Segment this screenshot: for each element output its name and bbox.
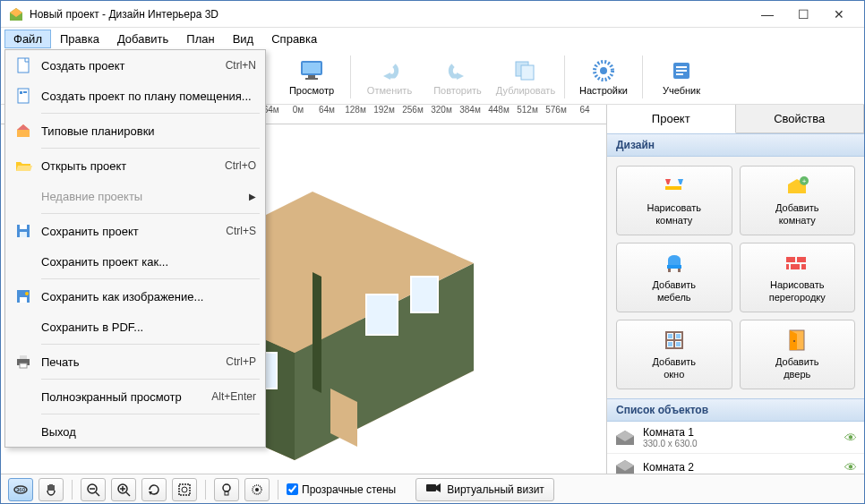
menu-file[interactable]: Файл [4,30,51,48]
bricks-icon [783,251,811,276]
svg-rect-49 [668,269,671,272]
chair-icon [660,251,689,276]
tutorial-button[interactable]: Учебник [648,51,715,103]
object-dimensions: 330.0 x 630.0 [643,439,837,448]
menu-fullscreen[interactable]: Полноэкранный просмотр Alt+Enter [5,381,265,412]
transparent-walls-checkbox[interactable]: Прозрачные стены [287,483,396,496]
app-icon [8,6,24,22]
panel-tabs: Проект Свойства [607,105,864,133]
light-button[interactable] [214,478,239,501]
virtual-visit-button[interactable]: Виртуальный визит [415,478,554,501]
menu-view[interactable]: Вид [224,30,263,48]
menu-exit[interactable]: Выход [5,416,265,447]
undo-button[interactable]: Отменить [356,51,423,103]
zoom-reset-button[interactable] [141,478,167,501]
add-window-button[interactable]: Добавитьокно [616,320,732,389]
svg-rect-52 [797,257,806,262]
add-furniture-button[interactable]: Добавитьмебель [616,243,732,312]
svg-rect-28 [676,66,687,68]
svg-marker-87 [436,483,441,492]
menu-print[interactable]: Печать Ctrl+P [5,346,265,377]
menu-help[interactable]: Справка [262,30,326,48]
settings-button[interactable]: Настройки [570,51,637,103]
minimize-button[interactable]: — [749,1,785,28]
zoom-out-button[interactable] [81,478,106,501]
menu-create-from-plan[interactable]: Создать проект по плану помещения... [5,81,265,111]
tab-project[interactable]: Проект [607,105,736,133]
svg-rect-54 [786,264,789,269]
separator [41,344,260,345]
svg-rect-61 [668,342,672,346]
svg-rect-48 [667,265,681,269]
menu-open-project[interactable]: Открыть проект Ctrl+O [5,150,265,181]
menu-save-project[interactable]: Сохранить проект Ctrl+S [5,216,265,246]
svg-rect-2 [18,58,29,73]
object-row[interactable]: Комната 1 330.0 x 630.0 👁 [607,422,864,454]
svg-text:+: + [802,177,807,185]
menu-save-image[interactable]: Сохранить как изображение... [5,281,265,312]
tab-properties[interactable]: Свойства [736,105,865,132]
svg-marker-36 [313,272,321,393]
separator [41,113,260,114]
close-button[interactable]: ✕ [821,1,857,28]
book-icon [667,58,696,83]
rotate-360-button[interactable]: 360 [8,478,33,501]
add-room-button[interactable]: + Добавитькомнату [740,166,856,235]
visibility-icon[interactable]: 👁 [844,460,857,474]
svg-rect-18 [303,63,321,73]
svg-rect-5 [23,91,27,93]
svg-rect-86 [426,484,436,491]
transparent-walls-input[interactable] [287,483,298,495]
folder-open-icon [11,155,36,176]
object-name: Комната 1 [643,426,837,439]
section-design-header: Дизайн [607,133,864,157]
zoom-in-button[interactable] [111,478,136,501]
save-image-icon [11,286,36,307]
menu-save-as[interactable]: Сохранить проект как... [5,246,265,277]
preview-button[interactable]: Просмотр [278,51,345,103]
separator [41,148,260,149]
duplicate-icon [511,58,540,83]
add-door-button[interactable]: Добавитьдверь [740,320,856,389]
svg-rect-60 [676,334,681,338]
settings-small-button[interactable] [244,478,270,501]
svg-rect-40 [411,277,438,312]
visibility-icon[interactable]: 👁 [844,431,857,445]
svg-marker-7 [17,124,30,130]
menu-recent-projects: Недавние проекты ▶ [5,181,265,211]
pencil-ruler-icon [660,174,689,199]
fit-button[interactable] [172,478,197,501]
maximize-button[interactable]: ☐ [785,1,821,28]
menu-add[interactable]: Добавить [108,30,177,48]
svg-rect-4 [20,91,22,94]
svg-point-85 [255,488,259,491]
redo-icon [443,58,472,83]
separator [41,379,260,380]
menubar: Файл Правка Добавить План Вид Справка [1,28,864,49]
separator [205,480,206,500]
svg-marker-22 [457,73,464,80]
separator [72,480,73,500]
svg-rect-9 [20,225,27,229]
svg-text:360: 360 [16,487,26,492]
door-icon [783,328,811,353]
menu-create-project[interactable]: Создать проект Ctrl+N [5,50,265,81]
svg-rect-50 [678,269,681,272]
gear-icon [589,58,618,83]
redo-button[interactable]: Повторить [424,51,491,103]
menu-plan[interactable]: План [177,30,223,48]
pan-button[interactable] [39,478,64,501]
draw-room-button[interactable]: Нарисоватькомнату [616,166,732,235]
duplicate-button[interactable]: Дублировать [492,51,559,103]
object-row[interactable]: Комната 2 👁 [607,454,864,474]
menu-edit[interactable]: Правка [51,30,108,48]
draw-wall-button[interactable]: Нарисоватьперегородку [740,243,856,312]
separator [41,414,260,414]
new-file-icon [11,55,36,76]
menu-save-pdf[interactable]: Сохранить в PDF... [5,312,265,342]
menu-typical-layouts[interactable]: Типовые планировки [5,115,265,146]
svg-marker-43 [665,179,671,184]
separator [278,480,278,500]
svg-marker-44 [678,179,683,184]
svg-rect-30 [676,73,683,75]
